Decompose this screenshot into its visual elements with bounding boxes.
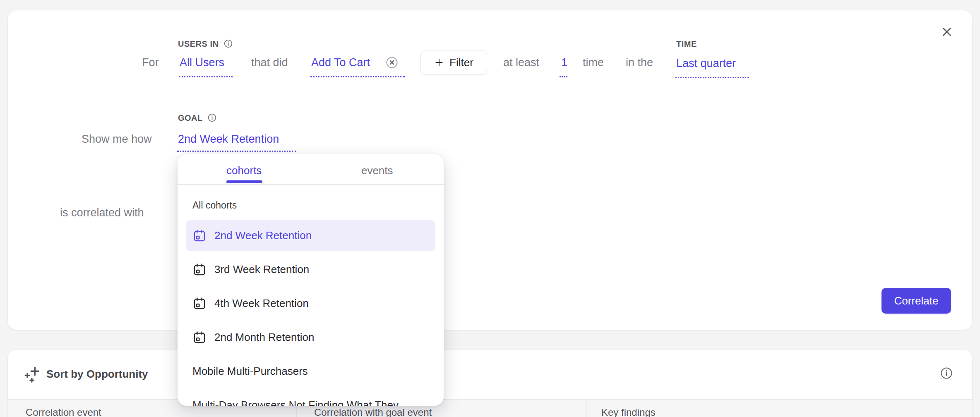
users-in-info-icon[interactable] bbox=[223, 39, 233, 48]
goal-link[interactable]: 2nd Week Retention bbox=[178, 133, 279, 146]
list-item-label: 2nd Month Retention bbox=[214, 331, 314, 344]
circle-x-icon bbox=[386, 56, 398, 69]
list-item-label: Multi-Day Browsers Not Finding What They bbox=[192, 399, 399, 406]
sparkle-plus-icon bbox=[24, 365, 41, 383]
count-underline bbox=[560, 76, 567, 77]
time-word: time bbox=[583, 56, 604, 69]
time-range-underline bbox=[675, 77, 749, 78]
count-value[interactable]: 1 bbox=[561, 56, 567, 69]
sort-by-opportunity-label: Sort by Opportunity bbox=[46, 368, 148, 381]
remove-event-button[interactable] bbox=[386, 56, 398, 69]
goal-underline bbox=[177, 151, 296, 152]
add-filter-button[interactable]: Filter bbox=[420, 50, 487, 75]
goal-info-icon[interactable] bbox=[207, 113, 217, 122]
is-correlated-with-word: is correlated with bbox=[60, 206, 144, 219]
time-label: TIME bbox=[676, 39, 697, 49]
column-header-correlation-event: Correlation event bbox=[26, 407, 101, 417]
list-item-cohort[interactable]: 3rd Week Retention bbox=[186, 254, 435, 285]
calendar-icon bbox=[192, 229, 207, 243]
plus-icon bbox=[434, 58, 444, 67]
calendar-icon bbox=[192, 297, 207, 311]
column-header-correlation-with-goal-event: Correlation with goal event bbox=[314, 407, 432, 417]
sort-by-opportunity-button[interactable]: Sort by Opportunity bbox=[24, 365, 148, 383]
calendar-icon bbox=[192, 331, 207, 345]
column-divider bbox=[586, 400, 587, 417]
goal-dropdown-tabs: cohorts events bbox=[178, 154, 444, 185]
calendar-icon bbox=[192, 263, 207, 277]
for-word: For bbox=[142, 56, 159, 69]
list-item-cohort[interactable]: 2nd Week Retention bbox=[186, 220, 435, 251]
active-tab-underline bbox=[226, 180, 262, 183]
cohort-list: 2nd Week Retention 3rd Week Retention 4t… bbox=[186, 220, 435, 406]
list-item-label: 3rd Week Retention bbox=[214, 263, 309, 276]
close-icon bbox=[938, 23, 956, 41]
column-header-key-findings: Key findings bbox=[601, 407, 656, 417]
tab-cohorts[interactable]: cohorts bbox=[178, 154, 311, 184]
tab-events[interactable]: events bbox=[311, 154, 444, 184]
time-range-link[interactable]: Last quarter bbox=[676, 57, 736, 70]
at-least-word: at least bbox=[503, 56, 539, 69]
results-header-band bbox=[8, 400, 972, 417]
list-item-cohort[interactable]: Mobile Multi-Purchasers bbox=[186, 356, 435, 387]
that-did-word: that did bbox=[251, 56, 288, 69]
results-info-icon[interactable] bbox=[940, 367, 953, 380]
list-item-label: 4th Week Retention bbox=[214, 297, 309, 310]
correlation-builder-screen: USERS IN TIME For All Users that did Add… bbox=[0, 0, 980, 417]
list-item-label: Mobile Multi-Purchasers bbox=[192, 365, 308, 378]
list-item-label: 2nd Week Retention bbox=[214, 229, 312, 242]
event-underline bbox=[310, 76, 405, 77]
list-item-cohort[interactable]: Multi-Day Browsers Not Finding What They bbox=[186, 390, 435, 406]
all-cohorts-section-label: All cohorts bbox=[192, 200, 237, 211]
users-in-label: USERS IN bbox=[178, 39, 219, 49]
list-item-cohort[interactable]: 2nd Month Retention bbox=[186, 322, 435, 353]
in-the-word: in the bbox=[626, 56, 653, 69]
goal-dropdown: cohorts events All cohorts 2nd Week Rete… bbox=[178, 154, 444, 406]
all-users-underline bbox=[179, 76, 233, 77]
correlate-button[interactable]: Correlate bbox=[882, 288, 951, 314]
show-me-how-word: Show me how bbox=[82, 133, 152, 146]
all-users-link[interactable]: All Users bbox=[180, 56, 224, 69]
event-link[interactable]: Add To Cart bbox=[311, 56, 370, 69]
list-item-cohort[interactable]: 4th Week Retention bbox=[186, 288, 435, 319]
filter-button-label: Filter bbox=[449, 56, 473, 69]
goal-label: GOAL bbox=[178, 113, 203, 123]
close-button[interactable] bbox=[938, 23, 956, 41]
